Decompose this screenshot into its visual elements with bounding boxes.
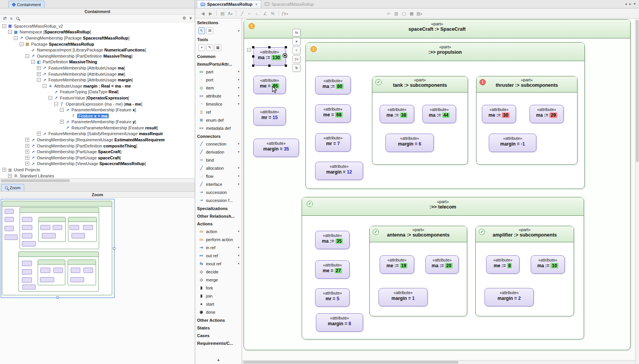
palette-item-connection[interactable]: ╱connection▾ — [195, 140, 242, 148]
palette-item-start[interactable]: ●start — [195, 300, 242, 308]
attribute-box-outer-mr[interactable]: «attribute»mr = 15 — [253, 107, 286, 126]
selection-handle[interactable] — [268, 65, 271, 67]
attribute-box-amplifier-me[interactable]: «attribute»me := 8 — [486, 255, 519, 274]
selection-handle[interactable] — [285, 65, 287, 67]
caret-down-icon[interactable]: ▾ — [238, 78, 239, 81]
palette-item-ref[interactable]: ▯ref — [195, 108, 242, 116]
frame-header[interactable]: «part» :>> propulsion — [306, 43, 584, 61]
manipulator-resize-icon[interactable]: ⇅ — [292, 64, 300, 72]
minimap-viewport[interactable] — [1, 199, 115, 298]
check-circle-icon[interactable]: ✓ — [479, 229, 485, 235]
multi-select-tool-button[interactable]: ⊞ — [206, 27, 213, 34]
attribute-box-telecom-mr[interactable]: «attribute»mr = 5 — [315, 288, 350, 307]
palette-item-inout-ref[interactable]: ⇆inout ref▾ — [195, 260, 242, 268]
frame-header[interactable]: «part» spaceCraft :> SpaceCraft — [244, 20, 630, 38]
palette-section-other-relationsh[interactable]: Other Relationsh... — [195, 212, 242, 220]
expand-toggle-icon[interactable]: + — [37, 66, 41, 70]
line-style-bent-button[interactable]: ∟ — [254, 10, 261, 17]
expand-toggle-icon[interactable]: + — [25, 156, 29, 160]
expand-toggle-icon[interactable]: − — [25, 54, 29, 58]
tree-row[interactable]: +↗FeatureMembership [AttributeUsage me] — [0, 71, 195, 77]
tree-row[interactable]: +↗FeatureMembership [AttributeUsage ma] — [0, 65, 195, 71]
palette-item-fork[interactable]: ▮fork — [195, 284, 242, 292]
tree-row[interactable]: −↗FeatureMembership [AttributeUsage marg… — [0, 77, 195, 83]
caret-down-icon[interactable]: ▾ — [238, 29, 239, 33]
manipulator-add-icon[interactable]: + — [292, 46, 300, 54]
expand-toggle-icon[interactable]: − — [48, 96, 52, 100]
attribute-box-amplifier-ma[interactable]: «attribute»ma := 10 — [531, 255, 565, 274]
gear-icon[interactable]: ⚙ — [183, 16, 186, 21]
caret-down-icon[interactable]: ▾ — [238, 102, 239, 106]
palette-item-perform-action[interactable]: ▭perform action — [195, 235, 242, 243]
selection-handle[interactable] — [285, 46, 287, 48]
attribute-box-telecom-margin[interactable]: «attribute»margin = 8 — [316, 313, 363, 332]
caret-down-icon[interactable]: ▾ — [238, 150, 239, 154]
tree-row[interactable]: −↗FeatureValue [OperatorExpression] — [0, 95, 195, 101]
selection-handle[interactable] — [268, 46, 271, 48]
pointer-tool-button[interactable]: ↖ — [198, 27, 205, 34]
tree-row[interactable]: −▦SpacecraftMassRollup_v2 — [0, 23, 195, 29]
expand-toggle-icon[interactable]: − — [54, 102, 58, 106]
palette-section-specializations[interactable]: Specializations — [195, 204, 242, 212]
collapse-compartment-icon[interactable]: − — [247, 48, 251, 52]
tree-row[interactable]: +↗OwningMembership [PartDefinition compo… — [0, 143, 195, 149]
selection-handle[interactable] — [252, 46, 254, 48]
save-as-image-button[interactable]: ▧▾ — [415, 10, 423, 17]
part-frame-amplifier[interactable]: «part» amplifier :> subcomponents ✓«attr… — [475, 226, 574, 316]
tree-row[interactable]: +↗ParameterMembership [Feature y] — [0, 119, 195, 125]
zoom-percent-button[interactable]: % — [269, 10, 277, 17]
part-frame-tank[interactable]: «part» tank :> subcomponents ✓«attribute… — [372, 76, 468, 165]
part-frame-telecom[interactable]: «part» :>> telecom «part» antenna :> sub… — [302, 197, 584, 339]
tree-row[interactable]: −↗ParameterMembership [Feature x] — [0, 107, 195, 113]
tree-row[interactable]: +↗FeatureMembership [SatisfyRequirementU… — [0, 131, 195, 137]
expand-toggle-icon[interactable]: − — [43, 84, 46, 88]
attribute-box-telecom-ma[interactable]: «attribute»ma := 35 — [315, 231, 350, 249]
palette-section-other-actions[interactable]: Other Actions — [195, 316, 242, 324]
frame-header[interactable]: «part» :>> telecom — [302, 197, 584, 216]
palette-item-metadata-def[interactable]: «»metadata def — [195, 124, 242, 132]
expand-toggle-icon[interactable]: + — [37, 132, 41, 136]
copy-button[interactable]: ▱ — [385, 10, 392, 17]
warning-icon[interactable]: ! — [310, 46, 317, 52]
link-with-editor-icon[interactable]: ⇄ — [3, 16, 7, 21]
selection-handle[interactable] — [252, 55, 254, 58]
attribute-box-telecom-me[interactable]: «attribute»me = 27 — [315, 260, 350, 279]
palette-item-timeslice[interactable]: ◔timeslice▾ — [195, 100, 242, 108]
zoom-tab[interactable]: Zoom — [1, 184, 24, 191]
attribute-box-thruster-margin[interactable]: «attribute»margin = -1 — [489, 134, 536, 152]
paste-button[interactable]: ▥ — [392, 10, 400, 17]
palette-item-merge[interactable]: ◇merge — [195, 276, 242, 284]
scroll-tabs-right-icon[interactable]: ▸ — [629, 2, 631, 6]
tree-row[interactable]: −↗OwningMembership [Package SpacecraftMa… — [0, 35, 195, 41]
expression-button[interactable]: ƒx▾ — [281, 10, 289, 17]
attribute-box-tank-margin[interactable]: «attribute»margin = 6 — [385, 134, 434, 152]
frame-header[interactable]: «part» amplifier :> subcomponents — [476, 226, 574, 242]
viewport-resize-handle[interactable] — [113, 247, 115, 250]
tree-row[interactable]: +≣Standard Libraries — [0, 173, 195, 178]
tree-row[interactable]: +↗OwningMembership [PartUsage SpaceCraft… — [0, 149, 195, 155]
expand-toggle-icon[interactable]: − — [60, 108, 64, 112]
expand-toggle-icon[interactable]: − — [31, 60, 35, 64]
canvas-horizontal-scrollbar[interactable] — [242, 360, 635, 364]
palette-collapse-button[interactable]: ▲ — [195, 358, 242, 362]
palette-item-succession-f[interactable]: ⇢succession f... — [195, 196, 242, 204]
magnifier-tool-button[interactable]: ⌖ — [198, 44, 205, 51]
tree-row[interactable]: ⇗NamespaceImport [LibraryPackage Numeric… — [0, 47, 195, 53]
tree-row[interactable]: ↗ReturnParameterMembership [Feature resu… — [0, 125, 195, 131]
caret-down-icon[interactable]: ▾ — [238, 230, 239, 233]
attribute-box-amplifier-margin[interactable]: «attribute»margin = 2 — [485, 288, 534, 306]
canvas-vertical-scrollbar[interactable] — [635, 18, 639, 364]
tree-row[interactable]: +▥Used Projects — [0, 167, 195, 173]
line-style-straight-button[interactable]: ╱ — [238, 10, 246, 17]
attribute-box-propulsion-me[interactable]: «attribute»me = 68 — [315, 104, 351, 123]
palette-item-out-ref[interactable]: ↦out ref▾ — [195, 251, 242, 260]
palette-item-done[interactable]: ◉done — [195, 308, 242, 316]
palette-item-bind[interactable]: ═bind — [195, 156, 242, 164]
palette-item-join[interactable]: ▮join — [195, 292, 242, 300]
palette-item-decide[interactable]: ◇decide — [195, 268, 242, 276]
attribute-box-thruster-me[interactable]: «attribute»me := 30 — [482, 105, 516, 123]
back-button[interactable]: ◀ — [199, 10, 207, 17]
expand-toggle-icon[interactable]: + — [25, 138, 29, 142]
note-tool-button[interactable]: ▦ — [214, 44, 221, 51]
attribute-box-antenna-me[interactable]: «attribute»me := 19 — [380, 255, 414, 274]
